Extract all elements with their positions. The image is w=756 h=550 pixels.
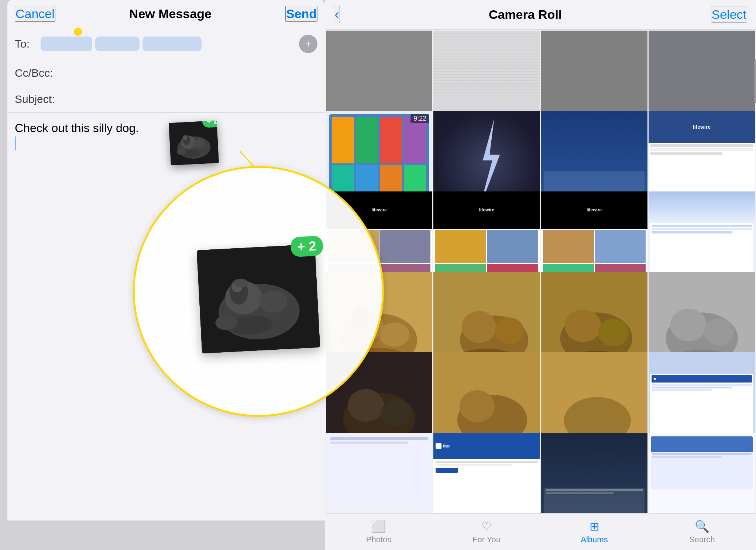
photos-tab-bar: ⬜ Photos ♡ For You ⊞ Albums 🔍 Search (325, 513, 756, 550)
photo-thumb[interactable] (326, 433, 432, 513)
to-chip-2[interactable] (95, 37, 140, 51)
scroll-indicator[interactable] (754, 30, 756, 513)
tab-for-you[interactable]: ♡ For You (433, 516, 540, 548)
zoom-magnifier: + 2 (133, 166, 384, 417)
add-recipient-button[interactable]: + (299, 35, 317, 53)
select-button[interactable]: Select (711, 7, 748, 23)
photos-tab-label: Photos (366, 535, 392, 544)
tab-photos[interactable]: ⬜ Photos (325, 516, 433, 548)
to-label: To: (15, 38, 37, 50)
cc-bcc-label: Cc/Bcc: (15, 67, 53, 79)
albums-tab-label: Albums (581, 535, 608, 544)
chevron-left-icon: ‹ (334, 7, 339, 23)
mail-panel: TH Ub A To $ A Cancel New Message Send T… (0, 0, 325, 550)
photos-panel: ‹ Camera Roll Select 9:22 (325, 0, 756, 550)
to-chip-3[interactable] (142, 37, 202, 51)
zoom-attachment-thumbnail: + 2 (197, 244, 320, 353)
photo-thumb[interactable] (541, 433, 647, 513)
zoom-connector-dot (74, 28, 82, 36)
svg-point-46 (348, 389, 384, 422)
to-chip-1[interactable] (41, 37, 92, 51)
tab-albums[interactable]: ⊞ Albums (540, 516, 648, 548)
photo-thumb[interactable] (649, 433, 755, 513)
svg-point-31 (462, 311, 496, 343)
svg-point-47 (381, 399, 411, 427)
svg-point-37 (598, 319, 628, 346)
dragged-attachment[interactable]: + 2 (170, 122, 218, 164)
compose-header: Cancel New Message Send (7, 0, 325, 28)
svg-point-36 (564, 309, 601, 342)
cc-bcc-field[interactable]: Cc/Bcc: (7, 60, 325, 86)
message-body[interactable]: Check out this silly dog. (7, 113, 325, 158)
svg-point-32 (495, 318, 524, 344)
tab-search[interactable]: 🔍 Search (648, 516, 756, 548)
zoom-count-badge: + 2 (290, 236, 323, 257)
text-cursor (16, 136, 16, 150)
search-tab-label: Search (689, 535, 715, 544)
albums-tab-icon: ⊞ (590, 519, 599, 533)
photos-tab-icon: ⬜ (371, 519, 386, 533)
attachment-thumbnail: + 2 (169, 121, 219, 166)
svg-point-50 (460, 390, 495, 422)
for-you-tab-label: For You (472, 535, 501, 544)
photo-grid: 9:22 lifewire (325, 30, 756, 513)
svg-point-42 (704, 318, 734, 346)
for-you-tab-icon: ♡ (481, 519, 492, 533)
to-field[interactable]: To: + (7, 28, 325, 60)
zoom-content: + 2 (199, 232, 317, 350)
photo-thumb[interactable]: blue (433, 433, 540, 513)
photos-header: ‹ Camera Roll Select (325, 0, 756, 30)
search-tab-icon: 🔍 (695, 519, 709, 533)
scroll-thumb (754, 59, 756, 103)
subject-field[interactable]: Subject: (7, 86, 325, 113)
send-button[interactable]: Send (285, 6, 317, 22)
compose-title: New Message (129, 7, 212, 21)
camera-roll-title: Camera Roll (489, 7, 562, 22)
to-chips-container (41, 37, 202, 51)
zoom-dog-svg (197, 244, 320, 353)
svg-point-27 (379, 322, 409, 347)
subject-label: Subject: (15, 93, 55, 105)
zoom-attachment-image (197, 244, 320, 353)
body-text: Check out this silly dog. (15, 120, 317, 136)
cancel-button[interactable]: Cancel (15, 6, 55, 22)
svg-point-41 (670, 309, 707, 342)
back-button[interactable]: ‹ (334, 6, 340, 23)
time-badge: 9:22 (410, 114, 429, 123)
